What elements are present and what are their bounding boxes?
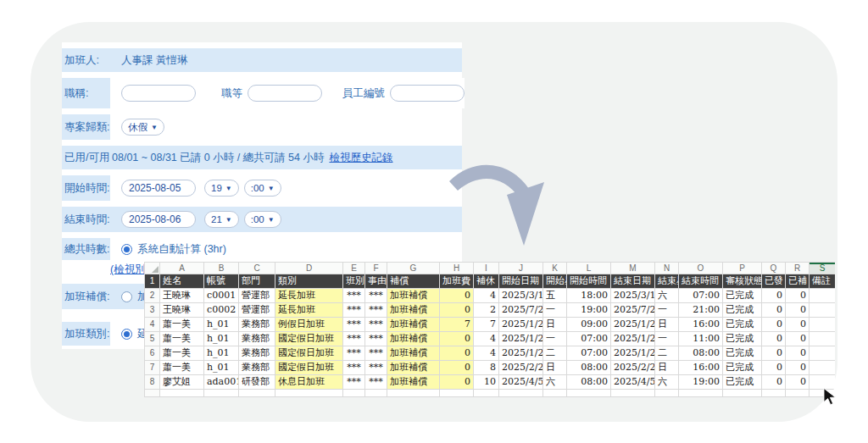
cell[interactable]: 2025/3/15 (611, 289, 655, 303)
cell[interactable]: 加班補償 (387, 361, 440, 375)
cell[interactable]: 加班補償 (387, 375, 440, 390)
history-link[interactable]: 檢視歷史記錄 (329, 151, 392, 165)
header-cell[interactable]: 結束日期 (611, 274, 655, 289)
cell[interactable]: 已完成 (723, 318, 762, 332)
row-number[interactable]: 4 (145, 318, 160, 332)
cell[interactable]: 7 (474, 318, 499, 332)
cell[interactable]: 六 (543, 375, 567, 390)
job-title-input[interactable] (121, 85, 196, 102)
cell[interactable]: 營運部 (239, 303, 275, 318)
cell[interactable]: 0 (786, 303, 810, 318)
row-number[interactable]: 8 (145, 375, 160, 390)
auto-calc-radio[interactable] (121, 244, 132, 255)
cell[interactable]: 二 (543, 346, 567, 361)
column-letter-l[interactable]: L (567, 263, 611, 274)
cell[interactable]: 11:00 (679, 332, 723, 346)
column-letter-k[interactable]: K (543, 263, 567, 274)
cell[interactable]: 4 (474, 332, 499, 346)
cell[interactable] (655, 390, 679, 397)
cell[interactable] (474, 390, 499, 397)
cell[interactable]: *** (365, 361, 387, 375)
cell[interactable]: 六 (655, 375, 679, 390)
cell[interactable] (343, 390, 365, 397)
cell[interactable]: 休息日加班 (275, 375, 343, 390)
cell[interactable]: 國定假日加班 (275, 332, 343, 346)
cell[interactable]: 0 (762, 375, 786, 390)
cell[interactable]: 例假日加班 (275, 318, 343, 332)
column-letter-a[interactable]: A (160, 263, 204, 274)
start-date-input[interactable] (121, 180, 196, 197)
row-number[interactable] (145, 390, 160, 397)
cell[interactable]: 0 (440, 375, 474, 390)
column-letter-o[interactable]: O (679, 263, 723, 274)
cell[interactable]: 0 (440, 361, 474, 375)
cell[interactable] (810, 318, 836, 332)
cell[interactable]: *** (343, 375, 365, 390)
cell[interactable]: 2025/3/14 (499, 289, 543, 303)
cell[interactable] (440, 390, 474, 397)
cell[interactable]: 研發部 (239, 375, 275, 390)
cell[interactable]: 業務部 (239, 346, 275, 361)
start-minute-select[interactable]: :00 ▼ (244, 180, 281, 197)
category-radio[interactable] (121, 329, 132, 340)
cell[interactable]: 一 (655, 303, 679, 318)
cell[interactable]: 2025/1/26 (499, 318, 543, 332)
grade-input[interactable] (248, 85, 322, 102)
header-cell[interactable]: 開始星期 (543, 274, 567, 289)
cell[interactable]: ada001 (204, 375, 239, 390)
cell[interactable]: 二 (655, 346, 679, 361)
column-letter-q[interactable]: Q (762, 263, 786, 274)
cell[interactable] (365, 390, 387, 397)
header-cell[interactable]: 結束時間 (679, 274, 723, 289)
end-hour-select[interactable]: 21 ▼ (204, 211, 239, 228)
cell[interactable]: 2025/1/27 (611, 332, 655, 346)
cell[interactable]: *** (343, 332, 365, 346)
end-date-input[interactable] (121, 211, 196, 228)
cell[interactable]: 07:00 (567, 332, 611, 346)
cell[interactable]: *** (343, 318, 365, 332)
cell[interactable]: 0 (786, 318, 810, 332)
header-cell[interactable]: 帳號 (204, 274, 239, 289)
header-cell[interactable]: 審核狀態 (723, 274, 762, 289)
cell[interactable]: 08:00 (567, 375, 611, 390)
cell[interactable]: 2025/4/5 (611, 375, 655, 390)
cell[interactable]: 業務部 (239, 318, 275, 332)
column-letter-j[interactable]: J (499, 263, 543, 274)
cell[interactable]: 加班補償 (387, 303, 440, 318)
project-category-dropdown[interactable]: 休假 ▼ (121, 119, 164, 136)
cell[interactable]: 蕭一美 (160, 318, 204, 332)
cell[interactable]: 日 (655, 318, 679, 332)
cell[interactable]: c0001 (204, 289, 239, 303)
cell[interactable]: 0 (762, 303, 786, 318)
view-others-link[interactable]: (檢視別 (110, 263, 146, 277)
cell[interactable]: *** (365, 332, 387, 346)
row-number[interactable]: 6 (145, 346, 160, 361)
cell[interactable]: 0 (786, 346, 810, 361)
cell[interactable]: *** (343, 303, 365, 318)
cell[interactable]: *** (343, 289, 365, 303)
cell[interactable] (810, 361, 836, 375)
cell[interactable]: 2 (474, 303, 499, 318)
cell[interactable]: 16:00 (679, 361, 723, 375)
cell[interactable]: 2025/7/28 (611, 303, 655, 318)
cell[interactable]: 加班補償 (387, 289, 440, 303)
column-letter-n[interactable]: N (655, 263, 679, 274)
cell[interactable]: *** (365, 289, 387, 303)
cell[interactable]: 16:00 (679, 318, 723, 332)
column-letter-c[interactable]: C (239, 263, 275, 274)
cell[interactable]: 2025/1/28 (611, 346, 655, 361)
cell[interactable]: 國定假日加班 (275, 346, 343, 361)
cell[interactable]: 業務部 (239, 332, 275, 346)
cell[interactable] (723, 390, 762, 397)
cell[interactable]: 已完成 (723, 332, 762, 346)
cell[interactable] (762, 390, 786, 397)
cell[interactable]: 2025/1/27 (499, 332, 543, 346)
cell[interactable]: *** (365, 346, 387, 361)
cell[interactable] (810, 375, 836, 390)
cell[interactable] (239, 390, 275, 397)
column-letter-m[interactable]: M (611, 263, 655, 274)
cell[interactable] (275, 390, 343, 397)
header-cell[interactable]: 姓名 (160, 274, 204, 289)
cell[interactable]: 王曉琳 (160, 303, 204, 318)
cell[interactable] (611, 390, 655, 397)
